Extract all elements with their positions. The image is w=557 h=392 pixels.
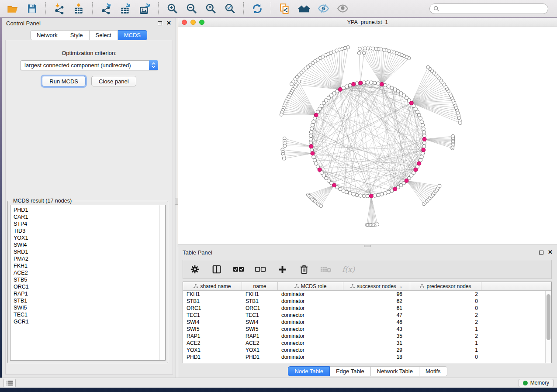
tab-node-table[interactable]: Node Table: [288, 366, 330, 376]
select-all-rows-button[interactable]: [233, 264, 244, 275]
task-history-button[interactable]: [3, 379, 16, 387]
graph-dominator-node: [311, 151, 315, 155]
table-row[interactable]: STB1STB1dominator620: [183, 298, 551, 305]
float-panel-icon[interactable]: [539, 251, 543, 254]
network-canvas[interactable]: [178, 27, 557, 244]
table-cell: 46: [343, 319, 410, 325]
mcds-result-item[interactable]: CAR1: [14, 213, 159, 220]
function-builder-button[interactable]: f(x): [342, 265, 355, 274]
export-table-button[interactable]: [117, 2, 134, 16]
delete-column-button[interactable]: [298, 264, 310, 275]
table-row[interactable]: ACE2ACE2connector311: [183, 340, 551, 347]
tab-select[interactable]: Select: [90, 30, 118, 40]
zoom-selected-button[interactable]: [221, 2, 238, 16]
close-panel-button[interactable]: Close panel: [91, 76, 136, 86]
table-row[interactable]: FKH1FKH1dominator962: [183, 291, 551, 298]
search-input[interactable]: [442, 6, 544, 12]
splitter-handle[interactable]: [364, 245, 371, 247]
mcds-result-item[interactable]: PHD1: [14, 206, 159, 213]
run-mcds-button[interactable]: Run MCDS: [42, 76, 86, 86]
settings-gear-button[interactable]: [189, 264, 201, 275]
open-file-button[interactable]: [4, 2, 21, 16]
memory-button[interactable]: Memory: [519, 379, 554, 387]
mcds-result-item[interactable]: STP4: [14, 220, 159, 227]
graph-node: [313, 158, 316, 162]
table-row[interactable]: SWI4SWI4dominator462: [183, 319, 551, 326]
mcds-result-item[interactable]: STB5: [14, 276, 159, 283]
toggle-columns-button[interactable]: [211, 264, 222, 275]
zoom-out-button[interactable]: [183, 2, 200, 16]
graph-dominator-node: [338, 88, 342, 92]
export-network-button[interactable]: [98, 2, 114, 16]
network-window-titlebar[interactable]: YPA_prune.txt_1: [178, 18, 557, 27]
column-header-MCDS-role[interactable]: MCDS role: [278, 282, 343, 290]
mcds-result-item[interactable]: GCR1: [14, 318, 159, 325]
table-scrollbar[interactable]: [545, 291, 551, 363]
close-panel-icon[interactable]: ✕: [166, 21, 171, 25]
table-row[interactable]: YOX1YOX1connector291: [183, 347, 551, 354]
tab-edge-table[interactable]: Edge Table: [330, 366, 371, 376]
mcds-result-item[interactable]: STB1: [14, 297, 159, 304]
table-row[interactable]: RAP1RAP1dominator352: [183, 333, 551, 340]
mcds-result-item[interactable]: TEC1: [14, 311, 159, 318]
mcds-result-list[interactable]: PHD1CAR1STP4TID3YOX1SWI4SRD1PMA2FKH1ACE2…: [10, 205, 166, 361]
tab-style[interactable]: Style: [64, 30, 90, 40]
mcds-result-item[interactable]: YOX1: [14, 234, 159, 241]
import-table-button[interactable]: [70, 2, 87, 16]
mcds-result-item[interactable]: SWI4: [14, 241, 159, 248]
scrollbar-thumb[interactable]: [547, 294, 550, 340]
table-cell: ORC1: [242, 305, 278, 311]
tab-network[interactable]: Network: [30, 30, 64, 40]
table-row[interactable]: PHD1PHD1dominator180: [183, 354, 551, 361]
search-box[interactable]: [429, 3, 548, 14]
mcds-result-item[interactable]: ACE2: [14, 269, 159, 276]
graph-leaf-node: [426, 65, 430, 69]
zoom-fit-button[interactable]: [202, 2, 219, 16]
graph-node: [420, 155, 423, 158]
first-neighbors-button[interactable]: [296, 2, 312, 16]
close-panel-icon[interactable]: ✕: [548, 250, 553, 254]
graph-dominator-node: [405, 179, 408, 182]
apply-layout-button[interactable]: [249, 2, 266, 16]
export-image-button[interactable]: [136, 2, 153, 16]
column-header-predecessor-nodes[interactable]: predecessor nodes: [410, 282, 481, 290]
horizontal-splitter[interactable]: [178, 244, 557, 247]
import-network-button[interactable]: [51, 2, 68, 16]
mcds-result-item[interactable]: RAP1: [14, 290, 159, 297]
tab-mcds[interactable]: MCDS: [118, 30, 147, 40]
result-list-scrollbar[interactable]: [159, 205, 165, 360]
mcds-result-item[interactable]: SWI5: [14, 304, 159, 311]
mcds-result-item[interactable]: FKH1: [14, 262, 159, 269]
tab-network-table[interactable]: Network Table: [371, 366, 419, 376]
graph-node: [309, 141, 313, 144]
mcds-result-title: MCDS result (17 nodes): [11, 198, 73, 204]
add-column-button[interactable]: [277, 264, 288, 275]
duplicate-network-button[interactable]: [277, 2, 293, 16]
tab-motifs[interactable]: Motifs: [419, 366, 447, 376]
graph-node: [393, 88, 397, 91]
graph-dominator-node: [369, 194, 373, 198]
network-graph[interactable]: [178, 27, 557, 244]
zoom-in-button[interactable]: [164, 2, 180, 16]
mcds-result-item[interactable]: ORC1: [14, 283, 159, 290]
mcds-result-item[interactable]: TID3: [14, 227, 159, 234]
save-session-button[interactable]: [24, 2, 40, 16]
float-panel-icon[interactable]: [158, 21, 162, 25]
table-row[interactable]: TEC1TEC1connector472: [183, 312, 551, 319]
deselect-all-rows-button[interactable]: [255, 264, 266, 275]
table-row[interactable]: ORC1ORC1dominator610: [183, 305, 551, 312]
table-cell: YOX1: [242, 347, 278, 353]
column-header-name[interactable]: name: [242, 282, 278, 290]
optimization-criterion-select[interactable]: largest connected component (undirected): [20, 60, 158, 70]
delete-table-button[interactable]: [320, 264, 332, 275]
mcds-result-item[interactable]: PMA2: [14, 255, 159, 262]
graph-node: [373, 81, 377, 85]
table-cell: 2: [410, 333, 481, 339]
hide-selected-button[interactable]: [315, 2, 332, 16]
mcds-result-item[interactable]: SRD1: [14, 248, 159, 255]
graph-dominator-node: [422, 138, 426, 141]
column-header-shared-name[interactable]: shared name: [183, 282, 242, 290]
show-all-button[interactable]: [334, 2, 351, 16]
column-header-successor-nodes[interactable]: successor nodes⌄: [343, 282, 410, 290]
table-row[interactable]: SWI5SWI5connector431: [183, 326, 551, 333]
